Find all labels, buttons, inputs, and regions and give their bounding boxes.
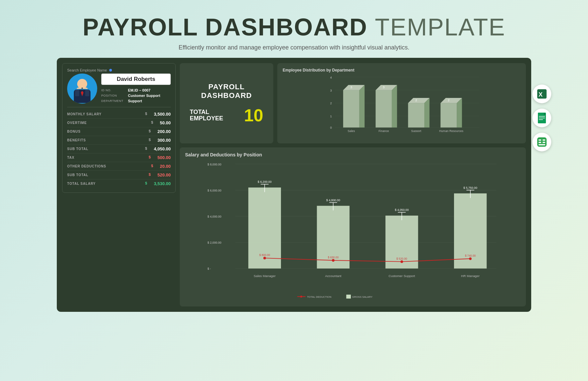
- salary-row-label: BONUS: [67, 130, 81, 133]
- svg-text:Accountant: Accountant: [325, 274, 341, 278]
- svg-marker-25: [441, 103, 457, 128]
- salary-row-label: TOTAL SALARY: [67, 182, 96, 185]
- svg-rect-71: [346, 295, 351, 299]
- payroll-summary: PAYROLL DASHBOARD TOTALEMPLOYEE 10: [180, 63, 273, 143]
- salary-row: MONTHLY SALARY $ 3,500.00: [67, 110, 171, 119]
- title-light: TEMPLATE: [375, 14, 505, 40]
- svg-text:$ 5,750.00: $ 5,750.00: [463, 186, 477, 189]
- svg-rect-86: [539, 144, 545, 145]
- salary-row-label: OTHER DEDUCTIONS: [67, 164, 106, 168]
- salary-row-label: BENEFITS: [67, 138, 86, 142]
- svg-text:$ -: $ -: [207, 267, 211, 270]
- salary-row: BENEFITS $ 300.00: [67, 136, 171, 145]
- left-panel: Search Employee Name: [62, 63, 176, 306]
- dept-bar-chart: 4 3 2 1 0: [283, 75, 521, 132]
- dept-chart-title: Employee Distribution by Department: [283, 68, 521, 73]
- page-header: PAYROLL DASHBOARD TEMPLATE Efficiently m…: [83, 0, 505, 58]
- svg-text:$ 8,000.00: $ 8,000.00: [207, 163, 222, 166]
- dept-chart-panel: Employee Distribution by Department 4 3 …: [277, 63, 526, 143]
- svg-text:$ 4,050.00: $ 4,050.00: [395, 208, 409, 212]
- employee-card: Search Employee Name: [62, 63, 176, 193]
- department-row: DEPARTMENT Support: [101, 99, 171, 103]
- svg-rect-85: [543, 142, 545, 143]
- salary-row: SUB TOTAL $ 4,050.00: [67, 145, 171, 153]
- google-sheets-icon-button[interactable]: [533, 109, 551, 127]
- salary-row: OTHER DEDUCTIONS $ 20.00: [67, 162, 171, 171]
- payroll-title: PAYROLL DASHBOARD: [190, 83, 263, 100]
- dashboard: Search Employee Name: [57, 58, 531, 312]
- salary-row-amount: $ 500.00: [149, 155, 171, 160]
- svg-point-62: [401, 260, 403, 263]
- svg-marker-12: [359, 85, 365, 127]
- svg-text:3: 3: [383, 85, 385, 89]
- svg-text:X: X: [539, 91, 543, 98]
- svg-rect-83: [543, 139, 545, 141]
- salary-row-amount: $ 4,050.00: [145, 146, 171, 151]
- subtitle: Efficiently monitor and manage employee …: [83, 44, 505, 51]
- app-icons: X: [533, 85, 551, 151]
- total-emp-number: 10: [244, 107, 263, 124]
- svg-text:$ 6,000.00: $ 6,000.00: [207, 189, 222, 192]
- svg-marker-27: [457, 98, 462, 127]
- svg-rect-77: [539, 116, 545, 117]
- svg-point-61: [332, 259, 334, 262]
- employee-top: David Roberts ID NO. EM.ID – 0007 POSITI…: [67, 74, 171, 104]
- title-bold: PAYROLL DASHBOARD: [83, 14, 368, 40]
- svg-text:$ 740.00: $ 740.00: [465, 254, 476, 257]
- svg-rect-84: [539, 142, 541, 143]
- svg-point-63: [469, 257, 472, 260]
- salary-row-label: OVERTIME: [67, 121, 87, 125]
- svg-text:1: 1: [330, 115, 332, 118]
- svg-text:Support: Support: [411, 129, 421, 132]
- total-employee-block: TOTALEMPLOYEE 10: [190, 107, 263, 124]
- employee-info: David Roberts ID NO. EM.ID – 0007 POSITI…: [101, 74, 171, 104]
- salary-chart-area: $ 8,000.00 $ 6,000.00 $ 4,000.00 $ 2,000…: [185, 159, 521, 303]
- salary-chart-panel: Salary and Deductions by Position $ 8,00…: [180, 147, 526, 306]
- position-row: POSITION Customer Support: [101, 94, 171, 98]
- svg-text:Finance: Finance: [379, 129, 389, 132]
- salary-row-amount: $ 3,530.00: [145, 181, 171, 186]
- svg-text:$ 2,000.00: $ 2,000.00: [207, 241, 222, 244]
- numbers-icon-button[interactable]: [533, 133, 551, 151]
- svg-marker-17: [392, 85, 397, 127]
- salary-row: BONUS $ 200.00: [67, 127, 171, 136]
- salary-row-amount: $ 50.00: [151, 120, 171, 125]
- salary-row-label: MONTHLY SALARY: [67, 112, 102, 116]
- svg-text:0: 0: [330, 126, 332, 129]
- salary-row-amount: $ 3,500.00: [145, 112, 171, 117]
- svg-rect-78: [539, 118, 545, 118]
- salary-row: OVERTIME $ 50.00: [67, 119, 171, 127]
- svg-text:$ 800.00: $ 800.00: [259, 253, 270, 257]
- search-dot-icon: [109, 69, 112, 72]
- svg-text:GROSS SALARY: GROSS SALARY: [352, 295, 373, 298]
- svg-text:$ 4,800.00: $ 4,800.00: [326, 199, 340, 202]
- svg-point-60: [263, 257, 266, 259]
- avatar-body: [74, 90, 91, 103]
- svg-text:Customer Support: Customer Support: [389, 274, 415, 278]
- svg-text:Human Resources: Human Resources: [439, 129, 463, 132]
- excel-icon-button[interactable]: X: [533, 85, 551, 103]
- svg-text:4: 4: [330, 76, 332, 79]
- svg-text:Sales: Sales: [347, 129, 355, 132]
- svg-text:3: 3: [330, 89, 332, 92]
- salary-row-amount: $ 200.00: [149, 129, 171, 134]
- svg-text:3: 3: [350, 85, 352, 89]
- salary-row-amount: $ 20.00: [151, 164, 171, 169]
- avatar-tie-icon: [81, 91, 84, 96]
- svg-text:2: 2: [415, 98, 417, 102]
- top-right: PAYROLL DASHBOARD TOTALEMPLOYEE 10 Emplo…: [180, 63, 526, 143]
- employee-name: David Roberts: [101, 74, 171, 85]
- svg-rect-79: [539, 119, 543, 120]
- salary-chart-svg: $ 8,000.00 $ 6,000.00 $ 4,000.00 $ 2,000…: [185, 159, 521, 303]
- salary-table: MONTHLY SALARY $ 3,500.00 OVERTIME $ 50.…: [67, 110, 171, 188]
- svg-text:2: 2: [448, 98, 449, 102]
- svg-text:Sales Manager: Sales Manager: [254, 274, 276, 278]
- svg-marker-20: [408, 103, 424, 128]
- total-emp-label: TOTALEMPLOYEE: [190, 109, 223, 122]
- svg-marker-10: [343, 90, 359, 128]
- salary-row-amount: $ 300.00: [149, 138, 171, 143]
- salary-chart-title: Salary and Deductions by Position: [185, 152, 521, 157]
- svg-marker-15: [376, 90, 392, 128]
- svg-marker-22: [424, 98, 430, 127]
- salary-row: TAX $ 500.00: [67, 153, 171, 162]
